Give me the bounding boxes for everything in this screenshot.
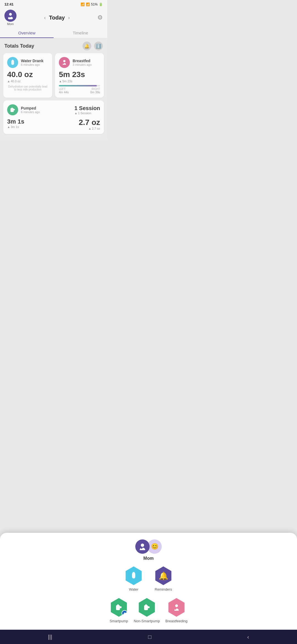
settings-icon[interactable]: ⚙ bbox=[97, 14, 103, 21]
water-card-value: 40.0 oz bbox=[7, 70, 48, 79]
water-card-note: Dehydration can potentially lead to less… bbox=[7, 85, 48, 91]
nav-title: Today bbox=[49, 15, 65, 21]
breastfed-card-header: Breastfed 3 minutes ago bbox=[59, 57, 100, 68]
svg-point-2 bbox=[9, 16, 11, 18]
battery-text: 51% bbox=[91, 2, 98, 6]
avatar-circle bbox=[4, 10, 16, 22]
pumped-oz: 2.7 oz ▲2.7 oz bbox=[79, 118, 100, 130]
main-content: Totals Today 🔔 ℹ️ Water Drank 6 minutes … bbox=[0, 38, 107, 140]
water-card[interactable]: Water Drank 6 minutes ago 40.0 oz ▲40.0 … bbox=[3, 53, 52, 98]
svg-rect-7 bbox=[10, 108, 14, 112]
water-card-delta: ▲40.0 oz bbox=[7, 80, 48, 83]
info-icon[interactable]: ℹ️ bbox=[94, 42, 103, 50]
svg-rect-4 bbox=[12, 60, 13, 61]
water-card-icon bbox=[7, 57, 18, 68]
totals-title: Totals Today bbox=[4, 43, 34, 49]
battery-icon: 🔋 bbox=[99, 2, 103, 6]
signal-icon: 📶 bbox=[86, 2, 90, 6]
water-card-subtitle: 6 minutes ago bbox=[21, 63, 43, 66]
wifi-icon: 📶 bbox=[81, 2, 85, 6]
breastfed-left: LEFT 4m 44s bbox=[59, 88, 69, 94]
totals-icons: 🔔 ℹ️ bbox=[82, 42, 103, 50]
svg-point-5 bbox=[63, 60, 65, 62]
status-icons: 📶 📶 51% 🔋 bbox=[81, 2, 103, 6]
user-label: Mom bbox=[7, 22, 14, 26]
pumped-card-titles: Pumped 6 minutes ago bbox=[21, 106, 40, 114]
breastfed-card-title: Breastfed bbox=[73, 59, 92, 63]
breastfed-card-titles: Breastfed 3 minutes ago bbox=[73, 59, 92, 66]
svg-rect-8 bbox=[13, 109, 15, 110]
status-time: 12:41 bbox=[4, 2, 13, 6]
pumped-sessions: 1 Session ▲1 Session bbox=[75, 105, 100, 115]
pumped-card-left: Pumped 6 minutes ago bbox=[7, 104, 40, 115]
breastfed-card-delta: ▲5m 23s bbox=[59, 80, 100, 83]
breastfed-progress-wrap bbox=[59, 85, 100, 86]
nav-next[interactable]: › bbox=[68, 15, 70, 21]
pumped-card-title: Pumped bbox=[21, 106, 40, 110]
svg-rect-9 bbox=[12, 108, 13, 109]
tab-timeline[interactable]: Timeline bbox=[54, 28, 107, 38]
tab-overview[interactable]: Overview bbox=[0, 28, 54, 38]
pumped-values-row: 3m 1s ▲3m 1s 2.7 oz ▲2.7 oz bbox=[7, 118, 100, 130]
breastfed-right: RIGHT 0m 39s bbox=[90, 88, 100, 94]
pumped-session-value: 1 Session bbox=[75, 105, 100, 111]
pumped-session-delta: ▲1 Session bbox=[75, 111, 100, 115]
cards-grid: Water Drank 6 minutes ago 40.0 oz ▲40.0 … bbox=[3, 53, 104, 98]
header: Mom ‹ Today › ⚙ bbox=[0, 7, 107, 28]
pumped-card[interactable]: Pumped 6 minutes ago 1 Session ▲1 Sessio… bbox=[3, 100, 104, 134]
breastfed-progress-fill bbox=[59, 85, 97, 86]
nav-center: ‹ Today › bbox=[44, 15, 70, 21]
status-bar: 12:41 📶 📶 51% 🔋 bbox=[0, 0, 107, 7]
totals-header: Totals Today 🔔 ℹ️ bbox=[3, 42, 104, 50]
pumped-time: 3m 1s ▲3m 1s bbox=[7, 118, 24, 130]
pumped-card-subtitle: 6 minutes ago bbox=[21, 110, 40, 114]
water-card-header: Water Drank 6 minutes ago bbox=[7, 57, 48, 68]
user-avatar[interactable]: Mom bbox=[4, 10, 16, 26]
breastfed-card-value: 5m 23s bbox=[59, 70, 100, 79]
svg-point-6 bbox=[63, 63, 64, 64]
svg-point-0 bbox=[9, 13, 12, 16]
breastfed-card-icon bbox=[59, 57, 70, 68]
bell-icon[interactable]: 🔔 bbox=[82, 42, 91, 50]
water-card-title: Water Drank bbox=[21, 59, 43, 63]
water-card-titles: Water Drank 6 minutes ago bbox=[21, 59, 43, 66]
nav-prev[interactable]: ‹ bbox=[44, 15, 46, 21]
breastfed-card-subtitle: 3 minutes ago bbox=[73, 63, 92, 66]
pumped-card-icon bbox=[7, 104, 18, 115]
breastfed-lr: LEFT 4m 44s RIGHT 0m 39s bbox=[59, 88, 100, 94]
pumped-card-row: Pumped 6 minutes ago 1 Session ▲1 Sessio… bbox=[7, 104, 100, 115]
tabs: Overview Timeline bbox=[0, 28, 107, 38]
breastfed-card[interactable]: Breastfed 3 minutes ago 5m 23s ▲5m 23s L… bbox=[55, 53, 104, 98]
